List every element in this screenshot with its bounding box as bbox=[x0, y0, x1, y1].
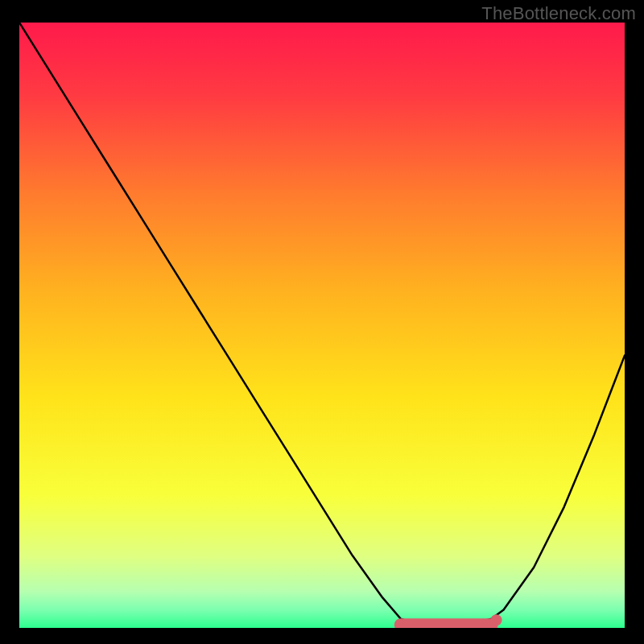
chart-container: TheBottleneck.com bbox=[0, 0, 644, 644]
optimal-range-end-dot bbox=[491, 614, 502, 625]
plot-svg bbox=[19, 23, 625, 628]
watermark-text: TheBottleneck.com bbox=[481, 3, 636, 24]
gradient-background bbox=[19, 23, 625, 628]
plot-area bbox=[19, 23, 625, 628]
